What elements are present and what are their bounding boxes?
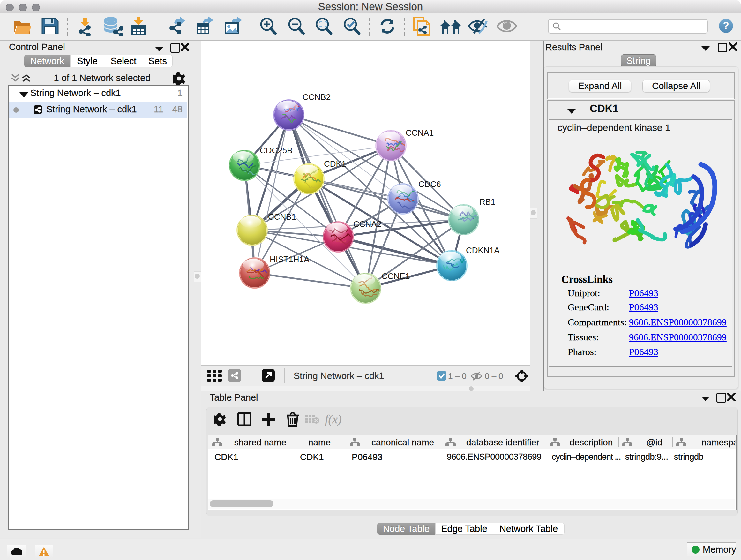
- svg-text:CCNA2: CCNA2: [353, 219, 381, 229]
- svg-text:CCNB1: CCNB1: [268, 212, 296, 222]
- svg-text:CDC6: CDC6: [418, 179, 441, 189]
- svg-text:HIST1H1A: HIST1H1A: [270, 254, 310, 264]
- svg-text:CDKN1A: CDKN1A: [466, 246, 500, 255]
- svg-text:CCNA1: CCNA1: [406, 128, 434, 138]
- svg-text:CCNE1: CCNE1: [382, 271, 410, 281]
- svg-text:RB1: RB1: [479, 197, 495, 206]
- svg-text:CDK1: CDK1: [324, 159, 346, 169]
- svg-text:CCNB2: CCNB2: [302, 92, 331, 102]
- svg-text:CDC25B: CDC25B: [260, 145, 293, 155]
